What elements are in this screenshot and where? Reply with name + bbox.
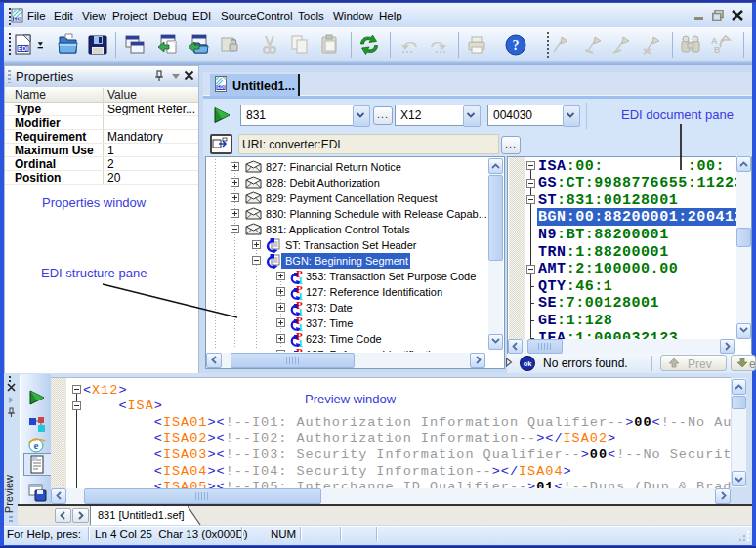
svg-text:EDI: EDI — [14, 17, 21, 21]
svg-text:EDI: EDI — [217, 85, 225, 90]
svg-text:?: ? — [513, 38, 520, 53]
svg-text:1: 1 — [298, 338, 303, 347]
svg-text:P: P — [296, 347, 303, 353]
svg-text:1: 1 — [298, 307, 303, 316]
svg-text:ok: ok — [524, 359, 533, 368]
svg-text:1: 1 — [298, 322, 303, 331]
svg-text:e: e — [34, 440, 39, 451]
svg-text:1: 1 — [298, 275, 303, 284]
svg-text:EDI: EDI — [18, 45, 28, 52]
svg-text:1: 1 — [298, 291, 303, 300]
